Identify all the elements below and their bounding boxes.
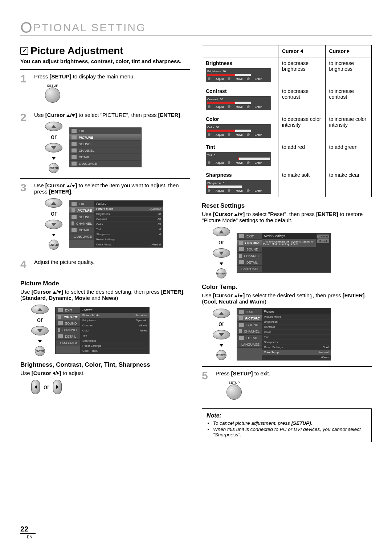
cursor-right-button-icon — [53, 380, 62, 394]
cursor-left-icon — [300, 49, 303, 53]
cancel-button: Cancel — [317, 235, 329, 239]
enter-button-icon: ENTER — [49, 240, 59, 250]
enter-button-icon: ENTER — [49, 163, 59, 173]
arrow-down-icon — [220, 344, 223, 347]
enter-button-icon: ENTER — [216, 350, 226, 360]
step-number: 5 — [202, 370, 212, 400]
or-label: or — [219, 320, 224, 328]
setup-button-icon — [226, 384, 242, 400]
enter-button-icon: ENTER — [216, 268, 226, 278]
row-tint: Tint Tint 0 AdjustMoveEnter to add redto… — [202, 141, 372, 169]
cursor-up-button-icon — [31, 305, 49, 314]
note-item: To cancel picture adjustment, press [SET… — [213, 420, 367, 426]
cursor-up-button-icon — [45, 122, 62, 131]
cursor-down-button-icon — [31, 326, 49, 335]
row-contrast: Contrast Contrast 30 AdjustMoveEnter to … — [202, 85, 372, 113]
page-footer: 22 EN — [20, 525, 36, 539]
cursor-down-icon — [239, 213, 243, 216]
page-header: OPTIONAL SETTING — [20, 17, 372, 36]
cursor-down-icon — [72, 185, 75, 187]
enter-button-icon: ENTER — [35, 346, 45, 356]
or-label: or — [37, 316, 43, 324]
arrow-down-icon — [52, 234, 56, 236]
cursor-down-icon — [239, 295, 243, 297]
header-cap: O — [20, 19, 33, 36]
reset-button: Reset — [317, 239, 329, 243]
slider-brightness-icon: Brightness 30 AdjustMoveEnter — [206, 68, 271, 82]
osd-picture-mode-panel: EXIT PICTURE SOUND CHANNEL DETAIL LANGUA… — [55, 307, 150, 354]
setup-button-icon — [45, 87, 60, 103]
slider-contrast-icon: Contrast 30 AdjustMoveEnter — [206, 96, 271, 110]
row-sharpness: Sharpness Sharpness 0 AdjustMoveEnter to… — [202, 169, 372, 197]
cursor-left-button-icon — [31, 380, 40, 394]
cursor-right-icon — [347, 49, 350, 53]
step-number: 1 — [20, 73, 30, 103]
cursor-up-icon — [234, 295, 238, 297]
cursor-down-button-icon — [45, 220, 62, 229]
language-icon — [72, 162, 77, 166]
step-1: 1 Press [SETUP] to display the main menu… — [20, 69, 190, 108]
colortemp-head: Color Temp. — [202, 284, 372, 291]
step-4: 4 Adjust the picture quality. — [20, 255, 190, 275]
cursor-up-button-icon — [213, 227, 230, 236]
cursor-up-icon — [66, 114, 70, 117]
or-label: or — [51, 133, 57, 141]
cursor-up-button-icon — [45, 198, 62, 208]
page-number: 22 — [20, 525, 36, 534]
sound-icon — [72, 142, 77, 146]
or-label: or — [219, 239, 224, 246]
setup-button-label: SETUP — [226, 381, 242, 384]
cursor-down-button-icon — [213, 330, 230, 339]
bcts-text: Use [Cursor /] to adjust. — [20, 370, 190, 376]
cursor-down-button-icon — [213, 248, 230, 258]
note-box: Note: To cancel picture adjustment, pres… — [202, 408, 372, 442]
section-subtitle: You can adjust brightness, contrast, col… — [20, 58, 190, 64]
picture-mode-head: Picture Mode — [20, 280, 190, 287]
channel-icon — [72, 148, 77, 152]
cursor-up-icon — [234, 213, 238, 216]
checkbox-icon: ✓ — [20, 47, 28, 55]
adjust-table: Cursor Cursor Brightness Brightness 30 A… — [202, 45, 372, 197]
detail-icon — [72, 155, 77, 159]
step-3: 3 Use [Cursor /] to select the item you … — [20, 178, 190, 255]
reset-text: Use [Cursor /] to select "Reset", then p… — [202, 211, 372, 223]
osd-menu: EXIT PICTURE SOUND CHANNEL DETAIL LANGUA… — [69, 127, 142, 167]
section-title: ✓Picture Adjustment — [20, 45, 190, 57]
step-2: 2 Use [Cursor /] to select "PICTURE", th… — [20, 108, 190, 178]
picture-icon — [72, 135, 77, 139]
cursor-down-icon — [58, 291, 61, 294]
slider-sharpness-icon: Sharpness 0 AdjustMoveEnter — [206, 180, 271, 194]
step-number: 3 — [20, 182, 30, 250]
cursor-down-button-icon — [45, 143, 62, 152]
osd-reset-panel: EXIT PICTURE SOUND CHANNEL DETAIL LANGUA… — [237, 233, 331, 273]
row-brightness: Brightness Brightness 30 AdjustMoveEnter… — [202, 57, 372, 85]
arrow-down-icon — [38, 340, 42, 343]
bcts-head: Brightness, Contrast, Color, Tint, Sharp… — [20, 361, 190, 368]
arrow-down-icon — [52, 157, 56, 160]
picture-mode-text: Use [Cursor /] to select the desired set… — [20, 289, 190, 301]
slider-tint-icon: Tint 0 AdjustMoveEnter — [206, 152, 271, 166]
arrow-down-icon — [220, 262, 223, 265]
reset-head: Reset Settings — [202, 202, 372, 209]
page-lang: EN — [27, 535, 32, 539]
colortemp-text: Use [Cursor /] to select the desired set… — [202, 292, 372, 305]
right-column: Cursor Cursor Brightness Brightness 30 A… — [202, 45, 372, 442]
cursor-down-icon — [72, 114, 75, 117]
note-head: Note: — [207, 412, 367, 419]
or-label: or — [44, 383, 49, 391]
step-number: 4 — [20, 259, 30, 270]
cursor-left-icon — [53, 371, 55, 375]
left-column: ✓Picture Adjustment You can adjust brigh… — [20, 45, 190, 442]
or-label: or — [51, 210, 57, 217]
header-rest: PTIONAL SETTING — [33, 21, 146, 33]
osd-colortemp-panel: EXIT PICTURE SOUND CHANNEL DETAIL LANGUA… — [237, 308, 331, 360]
slider-color-icon: Color 30 AdjustMoveEnter — [206, 124, 271, 138]
note-item: When this unit is connected to PC or DVI… — [213, 427, 367, 437]
setup-button-label: SETUP — [45, 84, 60, 87]
cursor-up-icon — [66, 185, 70, 187]
exit-icon — [72, 129, 77, 133]
cursor-up-icon — [53, 291, 56, 294]
osd-picture-panel: EXIT PICTURE SOUND CHANNEL DETAIL LANGUA… — [69, 200, 163, 248]
cursor-up-button-icon — [213, 309, 230, 318]
row-color: Color Color 30 AdjustMoveEnter to decrea… — [202, 113, 372, 141]
